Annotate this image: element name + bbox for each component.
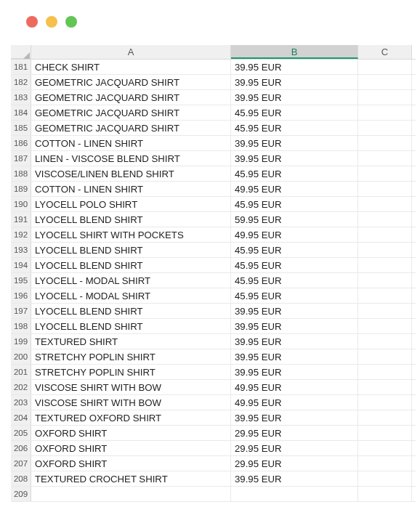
row-header[interactable]: 190 [11,197,31,211]
cell-a[interactable]: OXFORD SHIRT [31,441,231,455]
cell-b[interactable]: 29.95 EUR [231,441,358,455]
row-header[interactable]: 200 [11,349,31,364]
row-header[interactable]: 195 [11,273,31,288]
row-header[interactable]: 182 [11,75,31,89]
row-header[interactable]: 186 [11,136,31,150]
cell-b[interactable]: 45.95 EUR [231,243,358,257]
cell-a[interactable]: GEOMETRIC JACQUARD SHIRT [31,90,231,105]
select-all-corner[interactable] [11,45,31,59]
cell-a[interactable]: VISCOSE SHIRT WITH BOW [31,380,231,394]
cell-c[interactable] [358,441,412,455]
cell-a[interactable]: LYOCELL BLEND SHIRT [31,243,231,257]
cell-c[interactable] [358,273,412,288]
cell-a[interactable]: GEOMETRIC JACQUARD SHIRT [31,105,231,120]
cell-b[interactable] [231,487,358,501]
row-header[interactable]: 208 [11,471,31,486]
cell-c[interactable] [358,487,412,501]
cell-b[interactable]: 49.95 EUR [231,380,358,394]
cell-c[interactable] [358,182,412,196]
cell-c[interactable] [358,471,412,486]
cell-c[interactable] [358,227,412,242]
cell-b[interactable]: 39.95 EUR [231,151,358,166]
cell-c[interactable] [358,349,412,364]
cell-a[interactable]: LYOCELL - MODAL SHIRT [31,288,231,303]
row-header[interactable]: 192 [11,227,31,242]
row-header[interactable]: 181 [11,60,31,74]
cell-a[interactable]: VISCOSE/LINEN BLEND SHIRT [31,166,231,181]
row-header[interactable]: 201 [11,365,31,379]
cell-a[interactable]: GEOMETRIC JACQUARD SHIRT [31,121,231,135]
cell-a[interactable]: LYOCELL BLEND SHIRT [31,319,231,333]
column-header-c[interactable]: C [358,45,412,59]
cell-b[interactable]: 59.95 EUR [231,212,358,227]
cell-c[interactable] [358,105,412,120]
cell-a[interactable]: LYOCELL BLEND SHIRT [31,212,231,227]
cell-c[interactable] [358,258,412,272]
cell-b[interactable]: 39.95 EUR [231,349,358,364]
cell-b[interactable]: 45.95 EUR [231,105,358,120]
cell-b[interactable]: 45.95 EUR [231,273,358,288]
row-header[interactable]: 194 [11,258,31,272]
cell-b[interactable]: 45.95 EUR [231,258,358,272]
cell-a[interactable]: COTTON - LINEN SHIRT [31,136,231,150]
cell-b[interactable]: 45.95 EUR [231,166,358,181]
cell-b[interactable]: 45.95 EUR [231,197,358,211]
cell-b[interactable]: 39.95 EUR [231,304,358,318]
cell-c[interactable] [358,334,412,349]
cell-a[interactable]: TEXTURED CROCHET SHIRT [31,471,231,486]
cell-b[interactable]: 45.95 EUR [231,121,358,135]
column-header-a[interactable]: A [31,45,231,59]
cell-b[interactable]: 29.95 EUR [231,456,358,471]
cell-b[interactable]: 45.95 EUR [231,288,358,303]
row-header[interactable]: 205 [11,426,31,440]
row-header[interactable]: 197 [11,304,31,318]
cell-a[interactable]: OXFORD SHIRT [31,426,231,440]
cell-c[interactable] [358,304,412,318]
cell-b[interactable]: 39.95 EUR [231,410,358,425]
cell-a[interactable]: TEXTURED OXFORD SHIRT [31,410,231,425]
row-header[interactable]: 206 [11,441,31,455]
close-button[interactable] [26,16,38,28]
cell-b[interactable]: 39.95 EUR [231,319,358,333]
cell-a[interactable]: CHECK SHIRT [31,60,231,74]
minimize-button[interactable] [46,16,57,28]
row-header[interactable]: 185 [11,121,31,135]
cell-b[interactable]: 39.95 EUR [231,90,358,105]
cell-a[interactable]: STRETCHY POPLIN SHIRT [31,365,231,379]
row-header[interactable]: 207 [11,456,31,471]
cell-c[interactable] [358,243,412,257]
cell-b[interactable]: 39.95 EUR [231,334,358,349]
row-header[interactable]: 187 [11,151,31,166]
cell-c[interactable] [358,456,412,471]
maximize-button[interactable] [65,16,77,28]
cell-b[interactable]: 49.95 EUR [231,182,358,196]
cell-a[interactable]: LYOCELL POLO SHIRT [31,197,231,211]
cell-b[interactable]: 39.95 EUR [231,75,358,89]
cell-b[interactable]: 39.95 EUR [231,471,358,486]
cell-a[interactable]: COTTON - LINEN SHIRT [31,182,231,196]
cell-c[interactable] [358,197,412,211]
cell-a[interactable]: STRETCHY POPLIN SHIRT [31,349,231,364]
row-header[interactable]: 209 [11,487,31,501]
cell-b[interactable]: 39.95 EUR [231,136,358,150]
cell-a[interactable]: LYOCELL BLEND SHIRT [31,304,231,318]
row-header[interactable]: 193 [11,243,31,257]
cell-c[interactable] [358,151,412,166]
cell-c[interactable] [358,395,412,410]
cell-a[interactable]: LYOCELL - MODAL SHIRT [31,273,231,288]
cell-a[interactable] [31,487,231,501]
cell-c[interactable] [358,136,412,150]
cell-c[interactable] [358,90,412,105]
cell-c[interactable] [358,288,412,303]
row-header[interactable]: 198 [11,319,31,333]
cell-c[interactable] [358,365,412,379]
row-header[interactable]: 203 [11,395,31,410]
cell-c[interactable] [358,410,412,425]
cell-c[interactable] [358,121,412,135]
row-header[interactable]: 184 [11,105,31,120]
cell-a[interactable]: GEOMETRIC JACQUARD SHIRT [31,75,231,89]
cell-c[interactable] [358,166,412,181]
row-header[interactable]: 199 [11,334,31,349]
cell-c[interactable] [358,212,412,227]
row-header[interactable]: 202 [11,380,31,394]
